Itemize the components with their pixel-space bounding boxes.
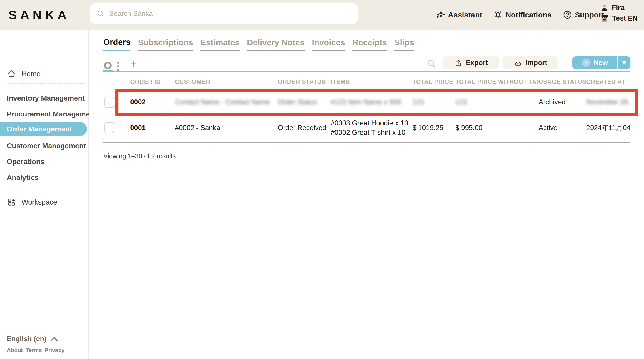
cell-total-price: $ 1019.25 (412, 124, 455, 132)
user-menu[interactable]: Fira Test EN (600, 3, 638, 23)
col-header-order-status[interactable]: ORDER STATUS (278, 78, 331, 85)
brand-logo: SANKA (8, 0, 70, 29)
sparkle-wand-icon (436, 10, 445, 19)
plus-icon: + (582, 58, 590, 67)
notifications-label: Notifications (506, 10, 552, 19)
language-selector[interactable]: English (en) (7, 335, 58, 343)
col-header-total-price[interactable]: TOTAL PRICE (412, 78, 455, 85)
kebab-menu-icon[interactable] (117, 62, 119, 73)
support-label: Support (575, 10, 604, 19)
table-search-icon[interactable] (426, 58, 436, 69)
new-button-main[interactable]: + New (572, 58, 617, 67)
terms-link[interactable]: Terms (26, 347, 42, 354)
row-checkbox[interactable] (104, 122, 114, 133)
import-label: Import (526, 59, 547, 67)
cell-customer: Contact Name - Contact Name (175, 98, 278, 106)
user-name: Fira (612, 4, 624, 12)
col-header-usage-status[interactable]: USAGE STATUS (538, 78, 586, 85)
home-icon (7, 69, 16, 78)
sidebar-item-home[interactable]: Home (0, 67, 89, 81)
table-row[interactable]: 0001 #0002 - Sanka Order Received #0003 … (104, 114, 630, 143)
notifications-button[interactable]: Notifications (494, 10, 552, 19)
cell-total-price-without-tax: $ 995.00 (455, 124, 538, 132)
workspace-grid-icon (7, 197, 16, 207)
import-icon (514, 59, 522, 67)
item-line: #0003 Great Hoodie x 10 (331, 118, 412, 128)
view-tab-icon[interactable] (104, 62, 112, 69)
workspace-name: Test EN (612, 14, 638, 22)
tab-slips[interactable]: Slips (394, 38, 414, 50)
tab-orders[interactable]: Orders (104, 37, 130, 50)
sidebar-item-label: Procurement Management (7, 110, 89, 118)
user-row: Fira (600, 3, 638, 12)
export-label: Export (466, 59, 488, 67)
sidebar-item-procurement-management[interactable]: Procurement Management (0, 106, 89, 122)
sidebar-item-label: Operations (7, 158, 44, 166)
new-dropdown-button[interactable] (617, 56, 630, 69)
privacy-link[interactable]: Privacy (44, 347, 64, 354)
language-label: English (en) (7, 335, 46, 343)
cell-created-at: November 28, (586, 98, 630, 106)
sidebar-item-inventory-management[interactable]: Inventory Management (0, 90, 89, 106)
cell-customer: #0002 - Sanka (175, 124, 278, 132)
cell-usage-status: Active (538, 124, 586, 132)
sidebar-item-customer-management[interactable]: Customer Management (0, 138, 89, 154)
new-button[interactable]: + New (572, 56, 630, 69)
add-view-icon[interactable]: + (130, 58, 137, 70)
cell-items: #0003 Great Hoodie x 10 #0002 Great T-sh… (331, 118, 412, 137)
cell-created-at: 2024年11月04 (586, 123, 630, 133)
col-header-order-id[interactable]: ORDER ID (130, 78, 175, 85)
bell-icon (494, 10, 503, 19)
tab-estimates[interactable]: Estimates (200, 38, 240, 50)
sidebar-divider (6, 191, 85, 191)
chevron-up-icon (50, 336, 58, 342)
sidebar-item-operations[interactable]: Operations (0, 154, 89, 170)
new-label: New (594, 59, 608, 67)
document-tabs: Orders Subscriptions Estimates Delivery … (104, 37, 414, 50)
about-link[interactable]: About (7, 347, 23, 354)
item-line: #0002 Great T-shirt x 10 (331, 128, 412, 137)
orders-table: ORDER ID CUSTOMER ORDER STATUS ITEMS TOT… (104, 74, 630, 143)
col-header-created-at[interactable]: CREATED AT (586, 78, 630, 85)
table-header-row: ORDER ID CUSTOMER ORDER STATUS ITEMS TOT… (104, 74, 630, 90)
col-header-total-price-without-tax[interactable]: TOTAL PRICE WITHOUT TAX (455, 78, 538, 85)
cell-usage-status: Archived (538, 98, 586, 106)
tab-subscriptions[interactable]: Subscriptions (138, 38, 193, 50)
global-search[interactable] (90, 3, 358, 24)
cell-total-price: 123 (412, 98, 455, 106)
assistant-button[interactable]: Assistant (436, 10, 482, 19)
support-button[interactable]: Support (563, 10, 604, 19)
sidebar-item-workspace[interactable]: Workspace (0, 195, 89, 209)
topbar-actions: Assistant Notifications Support (436, 0, 604, 29)
col-header-items[interactable]: ITEMS (331, 78, 412, 85)
sidebar-item-order-management[interactable]: Order Management (0, 122, 87, 136)
topbar: SANKA Assistant (0, 0, 644, 29)
col-header-customer[interactable]: CUSTOMER (175, 78, 278, 85)
tab-delivery-notes[interactable]: Delivery Notes (247, 38, 304, 50)
sidebar-workspace-label: Workspace (22, 198, 57, 206)
cell-order-status: Order Status (278, 98, 331, 106)
row-checkbox[interactable] (104, 97, 114, 108)
cell-order-status: Order Received (278, 124, 331, 132)
cell-order-id: 0001 (130, 124, 175, 132)
sidebar-item-analytics[interactable]: Analytics (0, 170, 89, 186)
results-count: Viewing 1–30 of 2 results (104, 152, 176, 160)
person-icon (600, 3, 609, 12)
search-input[interactable] (109, 9, 358, 18)
export-icon (454, 59, 462, 67)
sidebar-item-label: Analytics (7, 173, 38, 182)
store-icon (600, 14, 609, 23)
export-button[interactable]: Export (442, 56, 500, 69)
search-icon (97, 9, 105, 18)
cell-items: #123 Item Name x 999 (331, 98, 412, 106)
assistant-label: Assistant (448, 10, 482, 19)
import-button[interactable]: Import (503, 56, 558, 69)
toolbar-divider-line (113, 71, 630, 72)
sidebar-home-label: Home (22, 70, 40, 78)
chevron-down-icon (622, 61, 626, 64)
tab-receipts[interactable]: Receipts (352, 38, 387, 50)
tab-invoices[interactable]: Invoices (312, 38, 345, 50)
sidebar-item-label: Order Management (7, 125, 72, 133)
table-row[interactable]: 0002 Contact Name - Contact Name Order S… (104, 90, 630, 114)
help-circle-icon (563, 10, 572, 19)
